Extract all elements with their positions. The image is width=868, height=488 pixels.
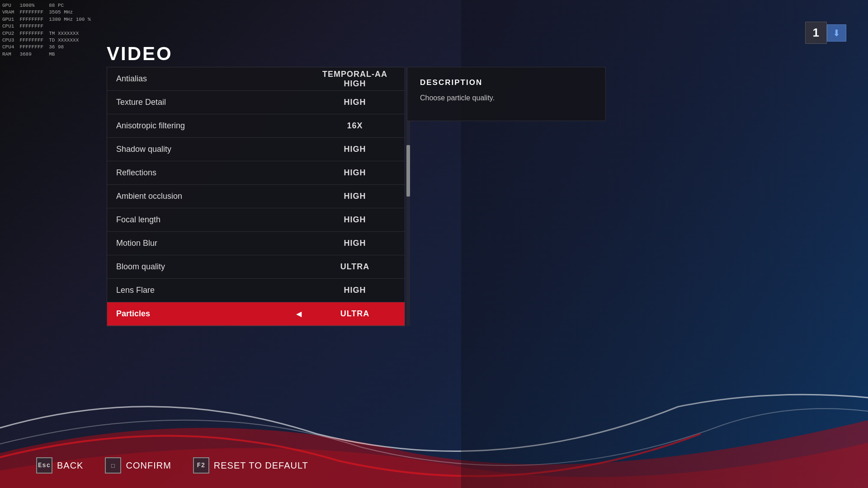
- player-number: 1: [805, 22, 827, 44]
- hud-vram-mhz: 3505 MHz: [49, 9, 90, 16]
- setting-value-ambient: HIGH: [305, 192, 405, 201]
- hud-cpu4-val: FFFFFFFF: [19, 44, 43, 51]
- reset-key: F2: [193, 457, 209, 474]
- scrollbar-thumb: [406, 145, 410, 197]
- rank-chevron-icon: ⬇: [833, 28, 840, 38]
- left-arrow-icon[interactable]: ◀: [296, 310, 302, 318]
- setting-focal-length[interactable]: Focal length HIGH: [107, 208, 405, 232]
- setting-anisotropic[interactable]: Anisotropic filtering 16X: [107, 114, 405, 138]
- main-content: VIDEO Antialias TEMPORAL-AA HIGH Texture…: [0, 0, 868, 488]
- page-title: VIDEO: [107, 43, 173, 65]
- hud-cpu4-label: CPU4: [2, 44, 14, 51]
- setting-particles[interactable]: Particles ◀ ULTRA: [107, 302, 405, 326]
- setting-label-lens-flare: Lens Flare: [107, 286, 305, 295]
- hud-cpu2-val: FFFFFFFF: [19, 30, 43, 37]
- setting-value-particles: ULTRA: [305, 309, 405, 319]
- hud-gpu1-label: GPU1: [2, 16, 14, 23]
- hud-gpu1-val: FFFFFFFF: [19, 16, 43, 23]
- setting-label-reflections: Reflections: [107, 168, 305, 178]
- bottom-nav: Esc BACK □ CONFIRM F2 RESET TO DEFAULT: [0, 457, 868, 474]
- hud-cpu2-tm: TM XXXXXXX: [49, 30, 90, 37]
- setting-label-anisotropic: Anisotropic filtering: [107, 121, 305, 131]
- hud-cpu3-td: TD XXXXXXX: [49, 37, 90, 44]
- hud-gpu1-mhz: 1380 MHz 100 %: [49, 16, 90, 23]
- setting-shadow-quality[interactable]: Shadow quality HIGH: [107, 138, 405, 161]
- reset-label: RESET TO DEFAULT: [214, 460, 308, 471]
- setting-label-particles: Particles: [107, 309, 296, 319]
- setting-bloom-quality[interactable]: Bloom quality ULTRA: [107, 255, 405, 279]
- setting-value-motion-blur: HIGH: [305, 239, 405, 248]
- setting-value-anisotropic: 16X: [305, 121, 405, 131]
- hud-fps-val: 88 PC: [49, 2, 90, 9]
- hud-cpu3-label: CPU3: [2, 37, 14, 44]
- setting-value-reflections: HIGH: [305, 168, 405, 178]
- hud-cpu4-num: 36 98: [49, 44, 90, 51]
- setting-label-shadow: Shadow quality: [107, 145, 305, 154]
- confirm-key: □: [105, 457, 121, 474]
- setting-value-lens-flare: HIGH: [305, 286, 405, 295]
- hud-cpu2-label: CPU2: [2, 30, 14, 37]
- setting-value-shadow: HIGH: [305, 145, 405, 154]
- setting-label-bloom: Bloom quality: [107, 262, 305, 272]
- player-badge: 1 ⬇: [805, 22, 846, 44]
- setting-value-focal: HIGH: [305, 215, 405, 225]
- description-panel: DESCRIPTION Choose particle quality.: [407, 67, 606, 121]
- player-rank-icon: ⬇: [827, 24, 846, 42]
- hud-vram-label: VRAM: [2, 9, 14, 16]
- hud-ram-val: 3689: [19, 51, 43, 58]
- setting-label-ambient: Ambient occlusion: [107, 192, 305, 201]
- setting-antialias[interactable]: Antialias TEMPORAL-AA HIGH: [107, 67, 405, 91]
- setting-value-texture: HIGH: [305, 98, 405, 107]
- hud-gpu-label: GPU: [2, 2, 14, 9]
- nav-back[interactable]: Esc BACK: [36, 457, 83, 474]
- setting-value-antialias: TEMPORAL-AA HIGH: [305, 70, 405, 89]
- nav-reset[interactable]: F2 RESET TO DEFAULT: [193, 457, 308, 474]
- description-text: Choose particle quality.: [420, 93, 593, 103]
- hud-gpu-val: 1000%: [19, 2, 43, 9]
- hud-ram-unit: MB: [49, 51, 90, 58]
- setting-reflections[interactable]: Reflections HIGH: [107, 161, 405, 185]
- setting-lens-flare[interactable]: Lens Flare HIGH: [107, 279, 405, 302]
- hud-vram-val: FFFFFFFF: [19, 9, 43, 16]
- setting-label-focal: Focal length: [107, 215, 305, 225]
- setting-texture-detail[interactable]: Texture Detail HIGH: [107, 91, 405, 114]
- nav-confirm[interactable]: □ CONFIRM: [105, 457, 171, 474]
- hud-cpu1-val: FFFFFFFF: [19, 23, 43, 30]
- setting-label-texture: Texture Detail: [107, 98, 305, 107]
- hud-stats: GPU VRAM GPU1 CPU1 CPU2 CPU3 CPU4 RAM 10…: [2, 2, 91, 58]
- setting-motion-blur[interactable]: Motion Blur HIGH: [107, 232, 405, 255]
- back-label: BACK: [57, 460, 83, 471]
- setting-ambient-occlusion[interactable]: Ambient occlusion HIGH: [107, 185, 405, 208]
- setting-value-bloom: ULTRA: [305, 262, 405, 272]
- hud-ram-label: RAM: [2, 51, 14, 58]
- setting-label-motion-blur: Motion Blur: [107, 239, 305, 248]
- hud-cpu1-label: CPU1: [2, 23, 14, 30]
- hud-cpu3-val: FFFFFFFF: [19, 37, 43, 44]
- back-key: Esc: [36, 457, 52, 474]
- description-title: DESCRIPTION: [420, 78, 593, 87]
- setting-label-antialias: Antialias: [107, 74, 305, 84]
- settings-panel: Antialias TEMPORAL-AA HIGH Texture Detai…: [107, 67, 405, 326]
- hud-cpu1-extra: [49, 23, 90, 30]
- confirm-label: CONFIRM: [126, 460, 171, 471]
